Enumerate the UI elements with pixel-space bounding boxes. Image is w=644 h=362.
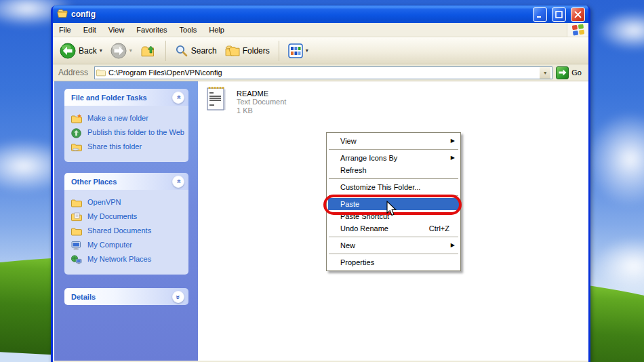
task-link-publish-this-folder-to-the-web[interactable]: Publish this folder to the Web — [71, 128, 184, 138]
explorer-main: File and Folder Tasks » Make a new folde… — [53, 81, 588, 361]
section-title: Other Places — [71, 178, 117, 186]
file-size: 1 KB — [237, 106, 286, 115]
task-link-label: Publish this folder to the Web — [87, 128, 184, 137]
file-name: README — [237, 89, 286, 98]
collapse-chevron-icon[interactable]: » — [172, 176, 184, 188]
menu-bar-spacer — [230, 23, 567, 37]
menu-help[interactable]: Help — [203, 23, 230, 37]
folders-button[interactable]: Folders — [222, 43, 273, 59]
up-button[interactable] — [138, 41, 159, 60]
context-menu-item-paste[interactable]: Paste — [328, 198, 459, 210]
windows-logo-icon — [567, 23, 588, 37]
submenu-arrow-icon: ▶ — [451, 239, 455, 252]
toolbar: Back ▾ ▾ — [53, 37, 588, 64]
go-label: Go — [571, 68, 582, 77]
minimize-icon — [536, 11, 544, 18]
context-menu-item-properties[interactable]: Properties — [328, 256, 459, 268]
back-dropdown-icon[interactable]: ▾ — [100, 47, 102, 54]
close-icon — [574, 11, 582, 18]
section-header[interactable]: Other Places » — [64, 173, 188, 190]
task-link-share-this-folder[interactable]: Share this folder — [71, 142, 184, 152]
task-link-label: OpenVPN — [87, 198, 121, 207]
menu-file[interactable]: File — [53, 23, 77, 37]
window-title: config — [71, 9, 528, 19]
context-menu-separator — [329, 178, 458, 179]
file-meta: README Text Document 1 KB — [237, 85, 286, 115]
task-link-openvpn[interactable]: OpenVPN — [71, 198, 184, 207]
context-menu-separator — [329, 149, 458, 150]
section-file-and-folder-tasks: File and Folder Tasks » Make a new folde… — [64, 89, 188, 162]
close-button[interactable] — [571, 7, 585, 22]
title-bar[interactable]: config — [53, 5, 588, 23]
task-link-my-documents[interactable]: My Documents — [71, 212, 184, 222]
file-item-readme[interactable]: README Text Document 1 KB — [206, 85, 321, 115]
text-document-icon — [206, 85, 226, 111]
publish-web-icon — [71, 128, 83, 138]
context-menu-separator — [329, 195, 458, 196]
context-menu-item-refresh[interactable]: Refresh — [328, 164, 459, 176]
shortcut-label: Ctrl+Z — [429, 222, 449, 235]
maximize-icon — [555, 11, 563, 18]
views-button[interactable]: ▾ — [285, 41, 311, 60]
shared-documents-icon — [71, 226, 83, 236]
menu-view[interactable]: View — [102, 23, 131, 37]
task-link-shared-documents[interactable]: Shared Documents — [71, 226, 184, 236]
context-menu-item-view[interactable]: View▶ — [328, 135, 459, 147]
explorer-window: config FileEditViewFavoritesToolsHelp — [51, 5, 590, 362]
context-menu-item-paste-shortcut[interactable]: Paste Shortcut — [328, 210, 459, 222]
task-link-label: My Documents — [87, 212, 137, 221]
share-folder-icon — [71, 142, 83, 152]
forward-button[interactable]: ▾ — [108, 41, 135, 61]
search-icon — [175, 44, 188, 58]
desktop: config FileEditViewFavoritesToolsHelp — [0, 0, 644, 362]
cloud — [597, 10, 644, 51]
address-dropdown-icon[interactable]: ▾ — [540, 67, 550, 79]
section-other-places: Other Places » OpenVPNMy DocumentsShared… — [64, 173, 188, 275]
section-title: File and Folder Tasks — [71, 94, 147, 102]
file-type: Text Document — [237, 98, 286, 106]
forward-dropdown-icon: ▾ — [129, 47, 132, 54]
back-button[interactable]: Back ▾ — [57, 41, 105, 61]
go-arrow-icon — [556, 66, 569, 79]
section-title: Details — [71, 293, 96, 301]
forward-icon — [110, 43, 127, 59]
toolbar-separator — [279, 41, 279, 61]
task-link-label: Share this folder — [87, 142, 142, 151]
section-header[interactable]: File and Folder Tasks » — [64, 89, 188, 106]
task-link-label: My Computer — [87, 241, 132, 249]
my-computer-icon — [71, 241, 83, 250]
network-places-icon — [71, 255, 83, 264]
collapse-chevron-icon[interactable]: » — [172, 92, 184, 104]
task-link-make-a-new-folder[interactable]: Make a new folder — [71, 114, 184, 123]
search-button[interactable]: Search — [172, 42, 220, 60]
maximize-button[interactable] — [552, 7, 566, 22]
folders-icon — [225, 45, 240, 57]
task-link-my-computer[interactable]: My Computer — [71, 241, 184, 250]
address-bar: Address C:\Program Files\OpenVPN\config … — [53, 64, 588, 81]
menu-tools[interactable]: Tools — [174, 23, 203, 37]
menu-favorites[interactable]: Favorites — [130, 23, 173, 37]
task-pane: File and Folder Tasks » Make a new folde… — [54, 81, 198, 361]
views-dropdown-icon[interactable]: ▾ — [306, 47, 308, 54]
cloud — [586, 112, 644, 207]
folder-icon — [96, 68, 106, 77]
context-menu-item-customize-this-folder-[interactable]: Customize This Folder... — [328, 181, 459, 193]
minimize-button[interactable] — [533, 7, 547, 22]
toolbar-separator — [165, 41, 166, 61]
task-link-label: Make a new folder — [87, 114, 148, 123]
folder-icon — [71, 198, 83, 207]
address-input[interactable]: C:\Program Files\OpenVPN\config ▾ — [94, 66, 552, 79]
expand-chevron-icon[interactable]: » — [172, 291, 184, 303]
context-menu-separator — [329, 254, 458, 254]
menu-bar: FileEditViewFavoritesToolsHelp — [53, 23, 588, 37]
submenu-arrow-icon: ▶ — [451, 135, 455, 147]
task-link-my-network-places[interactable]: My Network Places — [71, 255, 184, 264]
context-menu-item-new[interactable]: New▶ — [328, 239, 459, 252]
context-menu-item-undo-rename[interactable]: Undo RenameCtrl+Z — [328, 222, 459, 235]
section-header[interactable]: Details » — [64, 288, 188, 305]
address-value: C:\Program Files\OpenVPN\config — [108, 68, 537, 77]
context-menu-item-arrange-icons-by[interactable]: Arrange Icons By▶ — [328, 152, 459, 164]
context-menu-separator — [329, 237, 458, 237]
menu-edit[interactable]: Edit — [77, 23, 102, 37]
go-button[interactable]: Go — [556, 66, 586, 79]
